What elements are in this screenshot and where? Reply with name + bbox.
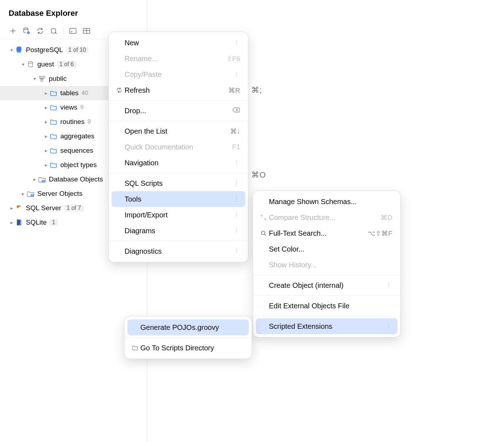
chevron-right-icon: 〉 [235,71,240,78]
chevron-right-icon: 〉 [235,196,240,202]
node-label: guest [37,60,54,68]
menu-separator [109,121,248,121]
node-count: 9 [80,104,84,111]
chevron-right-icon[interactable]: ▸ [8,220,15,225]
node-label: SQL Server [26,204,61,212]
menu-item-navigation[interactable]: Navigation〉 [109,155,248,171]
refresh-icon[interactable] [36,27,45,35]
context-menu: New〉 Rename...⇧F6 Copy/Paste〉 Refresh⌘R … [108,32,248,262]
menu-item-fulltext-search[interactable]: Full-Text Search...⌥⇧⌘F [253,225,400,241]
menu-item-rename: Rename...⇧F6 [109,51,248,66]
chevron-right-icon: 〉 [387,323,392,330]
svg-point-2 [24,28,28,29]
menu-separator [253,275,400,275]
menu-item-open-list[interactable]: Open the List⌘↓ [109,123,248,139]
editor-hints: ⌘; ⌘O [251,86,266,180]
database-objects-icon [38,175,46,183]
chevron-right-icon[interactable]: ▸ [19,191,27,197]
toolbar-separator [63,27,64,35]
menu-item-compare-structure: Compare Structure...⌘D [253,210,400,225]
menu-item-generate-pojos[interactable]: Generate POJOs.groovy [127,319,249,335]
menu-item-manage-schemas[interactable]: Manage Shown Schemas... [253,194,400,210]
menu-separator [109,241,248,241]
menu-item-set-color[interactable]: Set Color... [253,241,400,257]
menu-separator [253,316,400,316]
menu-separator [109,100,248,101]
chevron-right-icon[interactable]: ▸ [42,90,50,96]
menu-item-tools[interactable]: Tools〉 [112,191,245,207]
datasource-properties-icon[interactable] [22,27,31,35]
schema-icon [38,75,46,83]
svg-rect-12 [41,79,43,81]
chevron-right-icon[interactable]: ▸ [42,133,50,139]
sqlite-icon [15,218,23,226]
menu-separator [253,295,400,296]
scripted-extensions-submenu: Generate POJOs.groovy Go To Scripts Dire… [124,316,252,359]
add-icon[interactable] [9,27,17,35]
menu-item-diagrams[interactable]: Diagrams〉 [109,223,248,239]
folder-icon [50,89,57,97]
chevron-down-icon[interactable]: ▾ [19,61,27,67]
folder-icon [50,103,57,111]
menu-item-quick-doc: Quick DocumentationF1 [109,139,248,155]
menu-item-import-export[interactable]: Import/Export〉 [109,207,248,223]
menu-item-goto-scripts-dir[interactable]: Go To Scripts Directory [125,340,252,356]
menu-item-copy-paste: Copy/Paste〉 [109,66,248,82]
menu-item-sql-scripts[interactable]: SQL Scripts〉 [109,175,248,191]
menu-item-scripted-extensions[interactable]: Scripted Extensions〉 [256,318,397,334]
table-icon[interactable] [82,27,91,35]
chevron-right-icon: 〉 [387,282,392,289]
menu-item-create-object[interactable]: Create Object (internal)〉 [253,277,400,293]
compare-icon [258,214,269,221]
chevron-right-icon[interactable]: ▸ [42,148,50,153]
svg-point-13 [42,180,45,181]
chevron-right-icon: 〉 [235,160,240,166]
database-icon [27,60,34,68]
chevron-right-icon[interactable]: ▸ [42,119,50,125]
chevron-down-icon[interactable]: ▾ [31,76,38,82]
menu-item-drop[interactable]: Drop... [109,103,248,119]
postgresql-icon [15,46,23,54]
node-label: public [49,75,67,83]
svg-rect-15 [31,195,34,197]
menu-item-show-history: Show History... [253,257,400,273]
chevron-right-icon[interactable]: ▸ [42,162,50,168]
menu-item-edit-external[interactable]: Edit External Objects File [253,298,400,314]
menu-separator [125,337,252,338]
chevron-right-icon: 〉 [235,248,240,254]
svg-rect-4 [51,29,56,33]
node-count: 40 [81,89,88,97]
chevron-right-icon[interactable]: ▸ [42,105,50,110]
node-label: object types [60,161,97,169]
chevron-right-icon: 〉 [235,40,240,46]
delete-icon [232,107,240,115]
node-badge: 1 of 10 [66,46,89,54]
svg-rect-11 [43,76,45,78]
console-icon[interactable] [69,27,77,35]
sqlserver-icon [15,204,23,212]
menu-item-refresh[interactable]: Refresh⌘R [109,82,248,98]
svg-rect-5 [70,28,76,33]
svg-rect-10 [39,76,41,78]
svg-point-16 [261,231,265,235]
folder-icon [50,161,57,169]
folder-icon [130,345,140,351]
svg-point-9 [28,62,33,63]
chevron-right-icon[interactable]: ▸ [31,176,38,182]
menu-item-new[interactable]: New〉 [109,35,248,51]
folder-icon [50,132,57,140]
jump-to-query-icon[interactable] [50,27,58,35]
panel-title: Database Explorer [0,0,147,24]
server-objects-icon [27,190,34,198]
chevron-right-icon: 〉 [235,212,240,218]
node-badge: 1 of 6 [57,61,76,68]
node-label: views [60,103,78,111]
node-label: SQLite [26,218,47,226]
chevron-down-icon[interactable]: ▾ [8,47,15,53]
node-label: PostgreSQL [26,46,63,54]
node-label: tables [60,89,79,97]
chevron-right-icon: 〉 [235,180,240,187]
search-icon [258,230,269,236]
menu-item-diagnostics[interactable]: Diagnostics〉 [109,243,248,259]
chevron-right-icon[interactable]: ▸ [8,205,15,211]
